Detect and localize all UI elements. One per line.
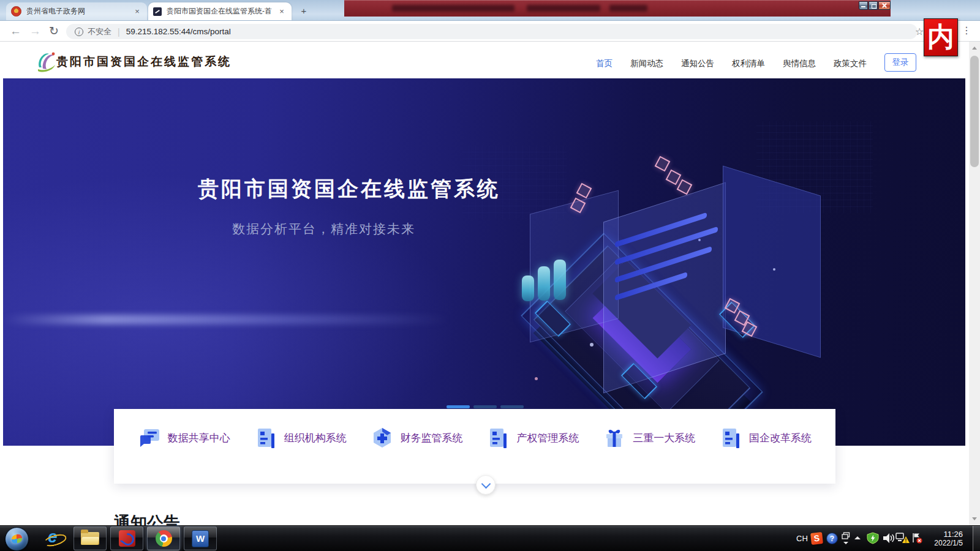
three-major-one-icon — [603, 426, 626, 449]
carousel-dot-1[interactable] — [447, 405, 470, 408]
service-item-property-rights[interactable]: 产权管理系统 — [486, 426, 579, 449]
gov-app-taskbar-button[interactable] — [110, 527, 143, 550]
isometric-illustration — [499, 140, 879, 433]
bookmark-star-icon[interactable]: ☆ — [915, 26, 924, 37]
floating-cube — [576, 183, 592, 199]
word-icon: W — [192, 530, 209, 547]
service-label: 财务监管系统 — [401, 431, 463, 445]
chrome-icon — [156, 530, 172, 547]
main-nav: 首页 新闻动态 通知公告 权利清单 舆情信息 政策文件 — [596, 58, 867, 69]
service-item-org-structure[interactable]: 组织机构系统 — [254, 426, 347, 449]
tray-time: 11:26 — [921, 530, 963, 539]
hero-title: 贵阳市国资国企在线监管系统 — [198, 175, 500, 203]
ime-overlay-badge: 内 — [924, 18, 958, 56]
show-desktop-button[interactable] — [973, 526, 980, 551]
reload-icon[interactable]: ↻ — [49, 25, 59, 37]
service-label: 组织机构系统 — [284, 431, 347, 445]
background-window-titlebar — [344, 0, 891, 17]
site-favicon — [153, 7, 162, 16]
tray-clock[interactable]: 11:26 2022/1/5 — [921, 530, 963, 548]
site-logo — [34, 49, 59, 73]
network-warning-icon[interactable] — [895, 532, 910, 544]
blurred-title-text — [527, 5, 600, 12]
service-item-three-major-one[interactable]: 三重一大系统 — [603, 426, 695, 449]
finance-supervision-icon — [371, 426, 394, 449]
nav-sentiment[interactable]: 舆情信息 — [783, 58, 816, 69]
address-bar[interactable]: i 不安全 | 59.215.182.55:44/cms/portal — [66, 24, 918, 39]
tab-close-icon[interactable]: × — [132, 7, 142, 16]
service-label: 产权管理系统 — [516, 431, 579, 445]
bar-cylinder — [522, 276, 534, 301]
bar-cylinder — [538, 266, 550, 301]
word-taskbar-button[interactable]: W — [184, 527, 217, 550]
nav-policies[interactable]: 政策文件 — [834, 58, 867, 69]
carousel-dot-3[interactable] — [500, 405, 524, 408]
scroll-down-button[interactable] — [476, 475, 496, 495]
blurred-title-text — [392, 5, 514, 12]
restore-button[interactable] — [869, 1, 878, 10]
show-hidden-icons-arrow[interactable] — [854, 536, 861, 539]
ime-toolbar-icon[interactable] — [842, 532, 850, 539]
floating-cube — [666, 170, 682, 186]
start-button[interactable] — [5, 527, 29, 551]
particle-dot — [773, 268, 775, 271]
scrollbar-thumb[interactable] — [970, 56, 979, 167]
volume-icon[interactable] — [882, 533, 895, 544]
national-emblem-icon — [11, 6, 21, 17]
browser-titlebar: 贵州省电子政务网 × 贵阳市国资国企在线监管系统-首 × + — [0, 0, 980, 20]
help-icon[interactable]: ? — [826, 533, 838, 544]
folder-icon — [81, 532, 99, 545]
floating-cube — [677, 179, 693, 195]
chrome-taskbar-button[interactable] — [147, 527, 180, 550]
service-item-finance[interactable]: 财务监管系统 — [371, 426, 463, 449]
light-streak — [3, 315, 469, 324]
menu-kebab-icon[interactable]: ⋮ — [962, 24, 971, 36]
browser-tab-inactive[interactable]: 贵州省电子政务网 × — [6, 2, 147, 20]
info-icon[interactable]: i — [75, 28, 83, 36]
services-card: 数据共享中心 组织机构系统 财务监管系统 — [114, 409, 835, 484]
browser-tab-active[interactable]: 贵阳市国资国企在线监管系统-首 × — [148, 2, 292, 20]
nav-notices[interactable]: 通知公告 — [681, 58, 714, 69]
internet-explorer-icon[interactable]: e — [43, 528, 67, 549]
explorer-taskbar-button[interactable] — [74, 527, 107, 550]
notice-section-title: 通知公告 — [114, 512, 180, 525]
tray-date: 2022/1/5 — [921, 539, 963, 548]
scrollbar-up-arrow[interactable] — [972, 47, 977, 50]
tab-close-icon[interactable]: × — [277, 7, 287, 16]
security-shield-icon[interactable] — [867, 532, 879, 544]
service-item-data-share[interactable]: 数据共享中心 — [138, 426, 230, 449]
service-label: 数据共享中心 — [168, 431, 230, 445]
property-rights-icon — [486, 426, 510, 449]
bar-cylinder — [554, 260, 566, 300]
sogou-ime-icon[interactable]: S — [810, 532, 823, 545]
browser-toolbar: ← → ↻ i 不安全 | 59.215.182.55:44/cms/porta… — [0, 20, 980, 42]
minimize-button[interactable] — [859, 1, 868, 10]
login-button[interactable]: 登录 — [884, 53, 916, 72]
soe-reform-icon — [719, 426, 742, 449]
hero-banner: 贵阳市国资国企在线监管系统 数据分析平台，精准对接未来 — [3, 78, 965, 446]
web-page: 贵阳市国资国企在线监管系统 首页 新闻动态 通知公告 权利清单 舆情信息 政策文… — [0, 42, 969, 525]
tab-title: 贵阳市国资国企在线监管系统-首 — [167, 6, 277, 17]
new-tab-button[interactable]: + — [298, 5, 310, 17]
page-scrollbar[interactable] — [969, 42, 980, 525]
chevron-down-icon — [481, 479, 491, 489]
carousel-dot-2[interactable] — [473, 405, 497, 408]
back-icon[interactable]: ← — [10, 25, 21, 37]
security-label: 不安全 — [88, 26, 111, 37]
close-button[interactable] — [878, 1, 891, 10]
nav-news[interactable]: 新闻动态 — [630, 58, 663, 69]
language-indicator[interactable]: CH — [796, 534, 808, 543]
nav-home[interactable]: 首页 — [596, 58, 612, 69]
nav-rights-list[interactable]: 权利清单 — [732, 58, 765, 69]
site-title: 贵阳市国资国企在线监管系统 — [56, 54, 232, 70]
particle-dot — [590, 343, 594, 347]
forward-icon[interactable]: → — [29, 25, 41, 37]
blurred-title-text — [609, 5, 647, 12]
particle-dot — [698, 239, 701, 241]
ime-dropdown-arrow[interactable] — [843, 542, 848, 544]
data-share-icon — [138, 426, 161, 449]
particle-dot — [535, 377, 538, 380]
divider: | — [118, 27, 120, 37]
scrollbar-down-arrow[interactable] — [972, 517, 977, 520]
service-item-soe-reform[interactable]: 国企改革系统 — [719, 426, 812, 449]
